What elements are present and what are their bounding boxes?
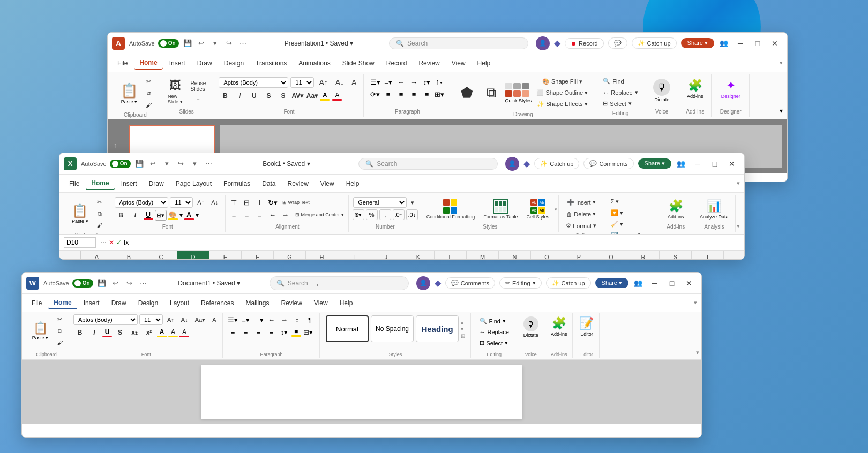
- ppt-menu-insert[interactable]: Insert: [164, 57, 191, 69]
- xl-maximize-btn[interactable]: □: [707, 156, 723, 171]
- wd-clear-format-btn[interactable]: A: [209, 315, 219, 324]
- xl-col-P[interactable]: P: [563, 251, 595, 260]
- ppt-increase-indent-btn[interactable]: →: [408, 77, 420, 87]
- xl-font-name-select[interactable]: Aptos (Body): [115, 197, 169, 208]
- ppt-more-icon[interactable]: ⋯: [238, 38, 249, 49]
- ppt-copilot-icon[interactable]: ◆: [554, 38, 560, 48]
- xl-col-O[interactable]: O: [531, 251, 563, 260]
- xl-fill-btn[interactable]: 🔽 ▾: [609, 208, 654, 217]
- xl-delete-btn[interactable]: 🗑 Delete ▾: [563, 209, 599, 219]
- ppt-shape-fill-btn[interactable]: 🎨 Shape Fill ▾: [534, 77, 590, 87]
- wd-align-left-btn[interactable]: ≡: [227, 327, 239, 337]
- xl-addins-btn[interactable]: 🧩 Add-ins: [665, 197, 686, 222]
- xl-bold-btn[interactable]: B: [115, 209, 128, 221]
- wd-font-name-select[interactable]: Aptos (Body): [73, 314, 138, 325]
- xl-increase-indent-btn[interactable]: →: [280, 209, 291, 220]
- wd-align-right-btn[interactable]: ≡: [253, 327, 265, 337]
- ppt-menu-home[interactable]: Home: [134, 57, 162, 70]
- ppt-share-btn[interactable]: Share ▾: [681, 38, 714, 48]
- ppt-text-case-btn[interactable]: Aa▾: [305, 90, 318, 102]
- wd-subscript-btn[interactable]: x₂: [128, 327, 141, 338]
- xl-menu-pagelayout[interactable]: Page Layout: [170, 178, 217, 190]
- xl-user-avatar[interactable]: 👤: [505, 157, 519, 171]
- ppt-redo-icon[interactable]: ↪: [224, 38, 235, 49]
- xl-cut-btn[interactable]: ✂: [94, 197, 105, 207]
- xl-paste-btn[interactable]: 📋 Paste ▾: [67, 199, 93, 229]
- wd-page[interactable]: [201, 365, 522, 419]
- ppt-font-size-select[interactable]: 11: [290, 77, 314, 88]
- xl-merge-center-btn[interactable]: ⊞ Merge and Center ▾: [293, 210, 347, 219]
- ppt-maximize-btn[interactable]: □: [750, 36, 766, 51]
- xl-currency-btn[interactable]: $▾: [353, 209, 364, 220]
- wd-collab-icon[interactable]: 👥: [633, 278, 643, 289]
- xl-more-functions-icon[interactable]: ⋯: [100, 239, 107, 246]
- xl-col-N[interactable]: N: [499, 251, 531, 260]
- xl-menu-insert[interactable]: Insert: [116, 178, 143, 190]
- xl-col-I[interactable]: I: [338, 251, 370, 260]
- xl-col-H[interactable]: H: [306, 251, 338, 260]
- ppt-underline-btn[interactable]: U: [248, 90, 260, 102]
- xl-collab-icon[interactable]: 👥: [676, 158, 686, 169]
- xl-increase-font-btn[interactable]: A↑: [194, 198, 207, 207]
- ppt-qs-cell-2[interactable]: [513, 83, 521, 89]
- xl-confirm-icon[interactable]: ✓: [116, 239, 122, 246]
- xl-menu-file[interactable]: File: [64, 178, 85, 190]
- xl-catch-up-btn[interactable]: ✨ Catch up: [534, 158, 579, 169]
- wd-align-center-btn[interactable]: ≡: [240, 327, 252, 337]
- ppt-replace-btn[interactable]: ↔ Replace ▾: [601, 88, 640, 97]
- ppt-columns-btn[interactable]: ⫿▾: [433, 77, 445, 87]
- ppt-italic-btn[interactable]: I: [233, 90, 246, 102]
- xl-underline-btn[interactable]: U: [144, 211, 153, 220]
- wd-menu-layout[interactable]: Layout: [164, 297, 194, 309]
- wd-decrease-font-btn[interactable]: A↓: [178, 315, 191, 324]
- xl-minimize-btn[interactable]: ─: [690, 156, 706, 171]
- wd-highlight-btn[interactable]: A: [168, 328, 178, 337]
- wd-menu-insert[interactable]: Insert: [78, 297, 105, 309]
- xl-undo-dropdown[interactable]: ▾: [162, 158, 173, 169]
- wd-ribbon-expand[interactable]: ▾: [696, 313, 699, 358]
- ppt-search-bar[interactable]: 🔍 Search: [389, 37, 528, 49]
- ppt-menu-view[interactable]: View: [446, 57, 471, 69]
- xl-col-C[interactable]: C: [145, 251, 177, 260]
- wd-close-btn[interactable]: ✕: [681, 276, 697, 291]
- xl-col-J[interactable]: J: [370, 251, 402, 260]
- wd-change-case-btn[interactable]: Aa▾: [192, 315, 208, 325]
- wd-styles-expand-btn[interactable]: ⊞: [461, 333, 465, 339]
- wd-show-marks-btn[interactable]: ¶: [304, 314, 316, 325]
- xl-menu-help[interactable]: Help: [341, 178, 365, 190]
- xl-more-icon[interactable]: ⋯: [204, 158, 214, 169]
- xl-bot-align-btn[interactable]: ⊥: [254, 197, 266, 208]
- xl-align-center-btn[interactable]: ≡: [241, 209, 253, 220]
- wd-maximize-btn[interactable]: □: [664, 276, 680, 291]
- xl-percent-btn[interactable]: %: [366, 209, 378, 220]
- ppt-clear-format-btn[interactable]: A: [349, 77, 359, 88]
- ppt-align-left-btn[interactable]: ≡: [382, 89, 394, 100]
- wd-italic-btn[interactable]: I: [88, 327, 101, 338]
- xl-cell-ref-input[interactable]: [64, 237, 96, 248]
- wd-dictate-btn[interactable]: 🎙 Dictate: [521, 314, 541, 340]
- ppt-smart-art-btn[interactable]: ⊞▾: [433, 89, 445, 100]
- xl-close-btn[interactable]: ✕: [724, 156, 740, 171]
- xl-save-icon[interactable]: 💾: [134, 158, 145, 169]
- xl-insert-btn[interactable]: ➕ Insert ▾: [563, 197, 599, 207]
- ppt-addins-btn[interactable]: 🧩 Add-ins: [685, 77, 706, 101]
- wd-line-spacing-btn[interactable]: ↕▾: [279, 327, 290, 337]
- xl-copy-btn[interactable]: ⧉: [94, 209, 105, 219]
- wd-copilot-icon[interactable]: ◆: [435, 278, 441, 288]
- xl-autosave-toggle[interactable]: On: [110, 160, 131, 168]
- xl-menu-data[interactable]: Data: [257, 178, 281, 190]
- xl-col-M[interactable]: M: [467, 251, 499, 260]
- wd-style-heading[interactable]: Heading: [416, 315, 459, 342]
- xl-redo-dropdown[interactable]: ▾: [190, 158, 200, 169]
- xl-search-bar[interactable]: 🔍 Search: [358, 158, 498, 170]
- wd-multilevel-btn[interactable]: ≣▾: [253, 314, 265, 325]
- wd-font-size-select[interactable]: 11: [139, 314, 163, 325]
- ppt-user-avatar[interactable]: 👤: [536, 36, 550, 50]
- ppt-strikethrough-btn[interactable]: S: [262, 90, 275, 102]
- ppt-menu-slideshow[interactable]: Slide Show: [337, 57, 380, 69]
- xl-format-as-table-btn[interactable]: Format as Table: [480, 197, 521, 222]
- ppt-bullets-btn[interactable]: ☰▾: [369, 77, 381, 87]
- ppt-autosave-toggle[interactable]: On: [158, 39, 179, 48]
- ppt-find-btn[interactable]: 🔍 Find: [601, 77, 640, 86]
- ppt-qs-cell-6[interactable]: [522, 90, 529, 97]
